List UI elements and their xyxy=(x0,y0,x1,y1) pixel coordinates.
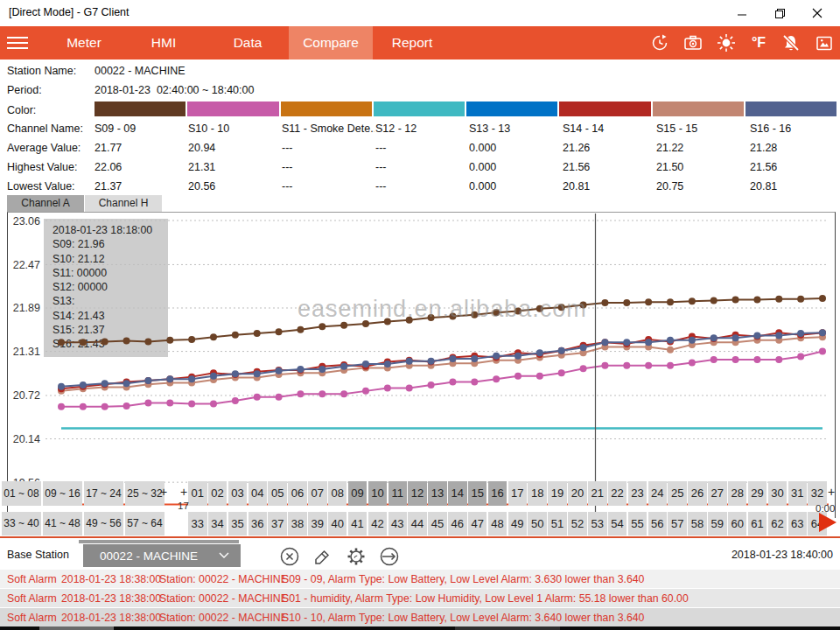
channel-number-button[interactable]: 56 xyxy=(648,512,668,536)
channel-number-button[interactable]: 36 xyxy=(248,512,268,536)
channel-number-button[interactable]: 18 xyxy=(528,481,547,506)
zoom-plus-button[interactable]: + xyxy=(828,485,835,499)
nav-item-meter[interactable]: Meter xyxy=(52,26,116,60)
channel-group-button[interactable]: 49 ~ 56 xyxy=(84,512,123,536)
next-page-arrow[interactable] xyxy=(819,513,836,532)
channel-number-button[interactable]: 26 xyxy=(688,481,707,506)
channel-number-button[interactable]: 06 xyxy=(288,481,307,506)
channel-number-button[interactable]: 51 xyxy=(548,512,567,536)
channel-number-button[interactable]: 05 xyxy=(268,481,287,506)
channel-group-button[interactable]: 09 ~ 16 xyxy=(43,481,82,506)
close-button[interactable] xyxy=(802,4,832,23)
channel-number-button[interactable]: 23 xyxy=(628,481,648,506)
channel-number-button[interactable]: 21 xyxy=(588,481,607,506)
clear-button[interactable] xyxy=(278,545,301,568)
channel-number-button[interactable]: 52 xyxy=(568,512,587,536)
erase-button[interactable] xyxy=(312,545,334,568)
channel-number-button[interactable]: 17 xyxy=(508,481,528,506)
channel-number-button[interactable]: 12 xyxy=(408,481,427,506)
channel-number-button[interactable]: 16 xyxy=(488,481,508,506)
channel-number-button[interactable]: 57 xyxy=(668,512,687,536)
brightness-icon[interactable] xyxy=(714,32,738,53)
channel-number-button[interactable]: 15 xyxy=(468,481,487,506)
channel-number-button[interactable]: 32 xyxy=(808,481,827,506)
channel-number-button[interactable]: 53 xyxy=(588,512,607,536)
camera-icon[interactable] xyxy=(681,32,705,53)
channel-number-button[interactable]: 20 xyxy=(568,481,587,506)
alarm-row[interactable]: Soft Alarm2018-01-23 18:38:00Station: 00… xyxy=(0,570,840,588)
menu-icon[interactable] xyxy=(7,33,32,52)
channel-number-button[interactable]: 47 xyxy=(468,512,487,536)
horizontal-scrollbar[interactable] xyxy=(79,540,239,543)
channel-number-button[interactable]: 28 xyxy=(728,481,747,506)
channel-number-button[interactable]: 01 xyxy=(188,481,207,506)
nav-item-data[interactable]: Data xyxy=(213,26,283,60)
export-button[interactable] xyxy=(378,545,401,568)
channel-number-button[interactable]: 31 xyxy=(788,481,808,506)
channel-group-button[interactable]: 57 ~ 64 xyxy=(125,512,164,536)
channel-number-button[interactable]: 50 xyxy=(528,512,547,536)
channel-group-button[interactable]: 41 ~ 48 xyxy=(43,512,82,536)
channel-number-button[interactable]: 02 xyxy=(208,481,228,506)
channel-number-button[interactable]: 55 xyxy=(628,512,648,536)
channel-group-button[interactable]: 25 ~ 32 xyxy=(125,481,164,506)
mute-alarm-icon[interactable] xyxy=(779,32,803,53)
channel-number-button[interactable]: 62 xyxy=(768,512,788,536)
channel-number-button[interactable]: 42 xyxy=(368,512,388,536)
sync-time-icon[interactable] xyxy=(648,32,672,53)
channel-number-button[interactable]: 24 xyxy=(648,481,668,506)
channel-number-button[interactable]: 10 xyxy=(368,481,388,506)
channel-number-button[interactable]: 29 xyxy=(748,481,767,506)
channel-number-button[interactable]: 45 xyxy=(428,512,447,536)
channel-number-button[interactable]: 30 xyxy=(768,481,788,506)
channel-number-button[interactable]: 09 xyxy=(348,481,368,506)
channel-number-button[interactable]: 03 xyxy=(228,481,248,506)
nav-item-compare[interactable]: Compare xyxy=(289,26,373,60)
channel-number-button[interactable]: 35 xyxy=(228,512,248,536)
channel-number-button[interactable]: 49 xyxy=(508,512,528,536)
channel-group-button[interactable]: 33 ~ 40 xyxy=(2,512,41,536)
temperature-unit-icon[interactable]: °F xyxy=(746,32,771,53)
channel-number-button[interactable]: 11 xyxy=(388,481,408,506)
channel-number-button[interactable]: 43 xyxy=(388,512,408,536)
zoom-plus-button[interactable]: + xyxy=(180,485,187,499)
channel-number-button[interactable]: 19 xyxy=(548,481,567,506)
channel-number-button[interactable]: 41 xyxy=(348,512,368,536)
tab-channel-h[interactable]: Channel H xyxy=(85,195,162,212)
channel-number-button[interactable]: 25 xyxy=(668,481,687,506)
channel-number-button[interactable]: 46 xyxy=(448,512,467,536)
channel-number-button[interactable]: 48 xyxy=(488,512,508,536)
channel-number-button[interactable]: 58 xyxy=(688,512,707,536)
channel-number-button[interactable]: 08 xyxy=(328,481,347,506)
channel-number-button[interactable]: 40 xyxy=(328,512,347,536)
channel-number-button[interactable]: 38 xyxy=(288,512,307,536)
channel-number-button[interactable]: 63 xyxy=(788,512,808,536)
channel-number-button[interactable]: 13 xyxy=(428,481,447,506)
channel-number-button[interactable]: 59 xyxy=(708,512,727,536)
channel-group-button[interactable]: 01 ~ 08 xyxy=(2,481,41,506)
compare-chart[interactable]: 2018-01-23 18:18:00S09: 21.96S10: 21.12S… xyxy=(0,212,840,542)
minimize-button[interactable] xyxy=(727,4,757,23)
channel-number-button[interactable]: 39 xyxy=(308,512,327,536)
maximize-button[interactable] xyxy=(765,4,794,23)
channel-number-button[interactable]: 07 xyxy=(308,481,327,506)
channel-number-button[interactable]: 22 xyxy=(608,481,627,506)
alarm-row[interactable]: Soft Alarm2018-01-23 18:38:00Station: 00… xyxy=(0,589,840,607)
channel-number-button[interactable]: 54 xyxy=(608,512,627,536)
nav-item-report[interactable]: Report xyxy=(376,26,448,60)
zoom-plus-button[interactable]: + xyxy=(160,485,167,499)
base-station-dropdown[interactable]: 00022 - MACHINE xyxy=(83,544,241,567)
nav-item-hmi[interactable]: HMI xyxy=(130,26,198,60)
image-export-icon[interactable] xyxy=(812,32,836,53)
channel-number-button[interactable]: 37 xyxy=(268,512,287,536)
alarm-row[interactable]: Soft Alarm2018-01-23 18:38:00Station: 00… xyxy=(0,608,840,626)
channel-number-button[interactable]: 27 xyxy=(708,481,727,506)
channel-number-button[interactable]: 61 xyxy=(748,512,767,536)
tab-channel-a[interactable]: Channel A xyxy=(7,195,84,212)
channel-number-button[interactable]: 14 xyxy=(448,481,467,506)
channel-group-button[interactable]: 17 ~ 24 xyxy=(84,481,123,506)
channel-number-button[interactable]: 60 xyxy=(728,512,747,536)
channel-number-button[interactable]: 33 xyxy=(188,512,207,536)
channel-number-button[interactable]: 04 xyxy=(248,481,268,506)
channel-number-button[interactable]: 34 xyxy=(208,512,228,536)
